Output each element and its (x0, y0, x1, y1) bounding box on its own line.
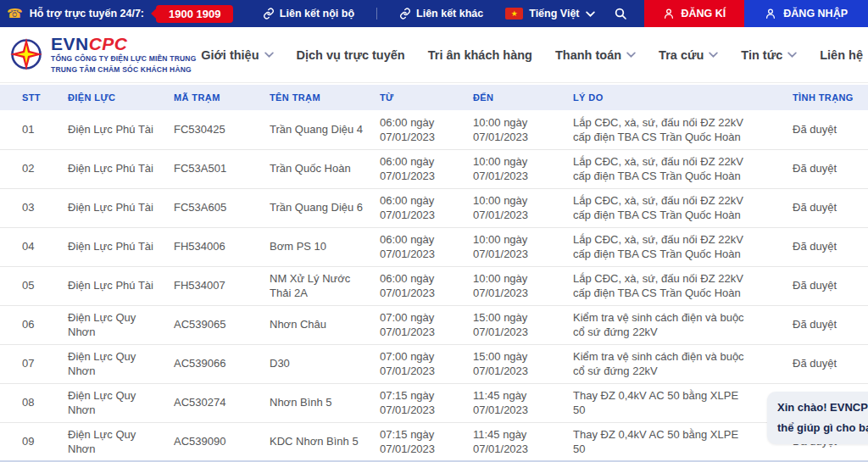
cell-matram: FH534006 (165, 227, 261, 266)
internal-links-label: Liên kết nội bộ (280, 8, 354, 19)
nav-item-0[interactable]: Giới thiệu (201, 48, 273, 62)
chevron-down-icon (586, 11, 595, 17)
link-icon (263, 8, 275, 19)
cell-dienluc: Điện Lực Phú Tài (59, 227, 165, 266)
other-links-link[interactable]: Liên kết khác (399, 8, 483, 19)
cell-tentram: Nhơn Bình 5 (261, 383, 371, 422)
cell-lydo: Lắp CĐC, xà, sứ, đấu nối ĐZ 22kV cấp điệ… (565, 266, 767, 305)
cell-den: 10:00 ngày 07/01/2023 (465, 149, 565, 188)
cell-tentram: KDC Nhơn Bình 5 (261, 422, 371, 461)
cell-tu: 07:15 ngày 07/01/2023 (371, 422, 465, 461)
nav-item-label: Thanh toán (555, 48, 621, 62)
chat-greeting-bubble[interactable]: Xin chào! EVNCPC có thể giúp gì cho bạn? (767, 392, 868, 444)
language-selector[interactable]: ★ Tiếng Việt (505, 8, 594, 19)
cell-den: 10:00 ngày 07/01/2023 (465, 110, 565, 149)
cell-tu: 06:00 ngày 07/01/2023 (371, 149, 465, 188)
cell-dienluc: Điện Lực Quy Nhơn (59, 422, 165, 461)
hotline-button[interactable]: 1900 1909 (156, 5, 233, 23)
nav-item-3[interactable]: Thanh toán (555, 48, 636, 62)
column-header-2: MÃ TRẠM (165, 85, 261, 110)
login-button[interactable]: ĐĂNG NHẬP (744, 0, 868, 27)
cell-stt: 04 (0, 227, 59, 266)
table-header: STTĐIỆN LỰCMÃ TRẠMTÊN TRẠMTỪĐẾNLÝ DOTÌNH… (0, 85, 868, 110)
nav-item-1[interactable]: Dịch vụ trực tuyến (297, 48, 405, 62)
cell-tu: 06:00 ngày 07/01/2023 (371, 110, 465, 149)
cell-den: 10:00 ngày 07/01/2023 (465, 266, 565, 305)
cell-tentram: Trần Quang Diệu 4 (261, 110, 371, 149)
cell-tentram: D30 (261, 344, 371, 383)
cell-status: Đã duyệt (767, 305, 868, 344)
nav-item-label: Giới thiệu (201, 48, 259, 62)
cell-tentram: NM Xử Lý Nước Thải 2A (261, 266, 371, 305)
nav-item-5[interactable]: Tin tức (741, 48, 797, 62)
cell-den: 11:45 ngày 07/01/2023 (465, 383, 565, 422)
login-label: ĐĂNG NHẬP (783, 8, 848, 19)
evn-emblem-icon (8, 36, 44, 72)
cell-lydo: Kiểm tra vệ sinh cách điện và buộc cổ sứ… (565, 344, 767, 383)
column-header-3: TÊN TRẠM (261, 85, 371, 110)
column-header-6: LÝ DO (565, 85, 767, 110)
cell-matram: AC539065 (165, 305, 261, 344)
register-button[interactable]: ĐĂNG KÍ (644, 0, 745, 27)
brand-logo[interactable]: EVNCPC TỔNG CÔNG TY ĐIỆN LỰC MIỀN TRUNG … (8, 35, 197, 75)
cell-den: 15:00 ngày 07/01/2023 (465, 305, 565, 344)
chevron-down-icon (626, 52, 636, 58)
cell-matram: FC530425 (165, 110, 261, 149)
column-header-4: TỪ (371, 85, 465, 110)
cell-dienluc: Điện Lực Phú Tài (59, 110, 165, 149)
table-row: 05Điện Lực Phú TàiFH534007NM Xử Lý Nước … (0, 266, 868, 305)
chevron-down-icon (787, 52, 797, 58)
cell-stt: 01 (0, 110, 59, 149)
company-line2: TRUNG TÂM CHĂM SÓC KHÁCH HÀNG (51, 64, 197, 75)
support-label: Hỗ trợ trực tuyến 24/7: (30, 8, 144, 19)
nav-item-4[interactable]: Tra cứu (659, 48, 718, 62)
cell-tentram: Trần Quang Diệu 6 (261, 188, 371, 227)
other-links-label: Liên kết khác (416, 8, 483, 19)
language-label: Tiếng Việt (529, 8, 579, 19)
cell-dienluc: Điện Lực Quy Nhơn (59, 383, 165, 422)
nav-item-label: Liên hệ (820, 48, 863, 62)
table-row: 08Điện Lực Quy NhơnAC530274Nhơn Bình 507… (0, 383, 868, 422)
internal-links-link[interactable]: Liên kết nội bộ (263, 8, 354, 19)
cell-tu: 07:00 ngày 07/01/2023 (371, 305, 465, 344)
cell-matram: FH534007 (165, 266, 261, 305)
cell-lydo: Kiểm tra vệ sinh cách điện và buộc cổ sứ… (565, 305, 767, 344)
nav-item-6[interactable]: Liên hệ (820, 48, 863, 62)
cell-status: Đã duyệt (767, 110, 868, 149)
cell-matram: FC53A605 (165, 188, 261, 227)
vietnam-flag-icon: ★ (505, 8, 523, 19)
brand-cpc: CPC (89, 34, 128, 53)
outage-schedule-table: STTĐIỆN LỰCMÃ TRẠMTÊN TRẠMTỪĐẾNLÝ DOTÌNH… (0, 85, 868, 462)
cell-tu: 06:00 ngày 07/01/2023 (371, 188, 465, 227)
cell-den: 10:00 ngày 07/01/2023 (465, 227, 565, 266)
search-icon (614, 7, 627, 20)
user-icon (765, 8, 776, 19)
cell-stt: 05 (0, 266, 59, 305)
nav-item-label: Tin tức (741, 48, 782, 62)
nav-item-2[interactable]: Tri ân khách hàng (428, 48, 532, 62)
cell-dienluc: Điện Lực Phú Tài (59, 188, 165, 227)
brand-name: EVNCPC (51, 35, 197, 53)
search-button[interactable] (614, 7, 627, 20)
cell-lydo: Lắp CĐC, xà, sứ, đấu nối ĐZ 22kV cấp điệ… (565, 149, 767, 188)
user-icon (663, 8, 675, 19)
column-header-1: ĐIỆN LỰC (59, 85, 165, 110)
cell-matram: AC539066 (165, 344, 261, 383)
cell-stt: 02 (0, 149, 59, 188)
table-row: 06Điện Lực Quy NhơnAC539065Nhơn Châu07:0… (0, 305, 868, 344)
cell-dienluc: Điện Lực Phú Tài (59, 149, 165, 188)
site-header: EVNCPC TỔNG CÔNG TY ĐIỆN LỰC MIỀN TRUNG … (0, 27, 868, 83)
cell-matram: AC539090 (165, 422, 261, 461)
column-header-7: TÌNH TRẠNG (767, 85, 868, 110)
cell-tentram: Bơm PS 10 (261, 227, 371, 266)
cell-lydo: Thay ĐZ 0,4kV AC 50 bằng XLPE 50 (565, 422, 767, 461)
cell-dienluc: Điện Lực Phú Tài (59, 266, 165, 305)
cell-status: Đã duyệt (767, 266, 868, 305)
cell-tu: 06:00 ngày 07/01/2023 (371, 227, 465, 266)
cell-stt: 03 (0, 188, 59, 227)
table-row: 03Điện Lực Phú TàiFC53A605Trần Quang Diệ… (0, 188, 868, 227)
nav-item-label: Tri ân khách hàng (428, 48, 532, 62)
cell-den: 15:00 ngày 07/01/2023 (465, 344, 565, 383)
cell-matram: AC530274 (165, 383, 261, 422)
nav-item-label: Dịch vụ trực tuyến (297, 48, 405, 62)
